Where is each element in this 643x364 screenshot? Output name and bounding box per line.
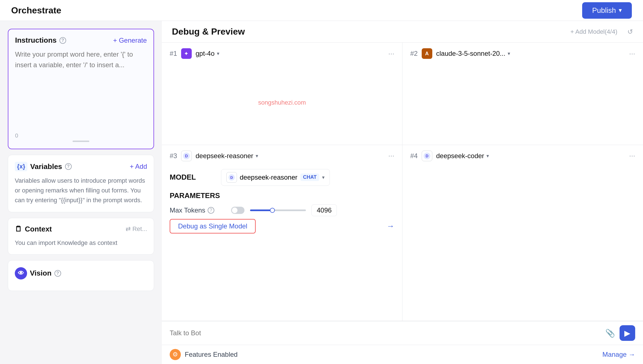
features-icon: ⚙ — [170, 349, 181, 360]
model-more-3[interactable]: ··· — [388, 151, 394, 160]
add-model-button[interactable]: + Add Model(4/4) — [570, 28, 617, 35]
model-num-1: #1 — [170, 50, 177, 57]
model-label: MODEL — [170, 173, 214, 182]
main-layout: Instructions ? + Generate 0 {x} Variable… — [0, 21, 643, 364]
vision-label: Vision — [30, 269, 52, 278]
instructions-header-left: Instructions ? — [15, 36, 66, 45]
model-chevron-2: ▾ — [508, 50, 510, 57]
model-select-name: deepseek-reasoner — [240, 173, 297, 181]
context-retrieve-button[interactable]: ⇄ Ret... — [126, 225, 147, 233]
debug-action-row: Debug as Single Model → — [170, 216, 394, 235]
model-select-display[interactable]: D deepseek-reasoner CHAT ▾ — [221, 169, 330, 186]
max-tokens-value[interactable]: 4096 — [311, 204, 337, 216]
model-name-3: deepseek-reasoner — [196, 152, 253, 160]
model-selector-1[interactable]: gpt-4o ▾ — [196, 50, 219, 57]
context-description: You can import Knowledge as context — [15, 238, 147, 248]
params-section: PARAMETERS Max Tokens ? 4096 — [170, 191, 394, 216]
max-tokens-label: Max Tokens ? — [170, 206, 225, 214]
publish-button[interactable]: Publish ▾ — [582, 2, 632, 19]
svg-text:D: D — [230, 175, 233, 180]
variables-card: {x} Variables ? + Add Variables allow us… — [8, 155, 154, 212]
instructions-label: Instructions — [15, 36, 57, 45]
instructions-card: Instructions ? + Generate 0 — [8, 29, 154, 149]
model-config-section: MODEL D deepseek-reasoner CHAT ▾ — [170, 169, 394, 235]
model-chevron-4: ▾ — [486, 153, 489, 159]
slider-thumb — [270, 208, 275, 213]
send-button[interactable]: ▶ — [620, 325, 635, 341]
top-bar: Orchestrate Publish ▾ — [0, 0, 643, 21]
max-tokens-toggle[interactable] — [231, 207, 244, 214]
model-num-2: #2 — [410, 50, 418, 57]
manage-link[interactable]: Manage → — [603, 351, 635, 358]
context-label: Context — [25, 225, 52, 233]
vision-info-icon[interactable]: ? — [54, 270, 61, 277]
model-cell-1-body: songshuhezi.com — [170, 59, 394, 139]
deepseek-icon-4: D — [422, 151, 432, 161]
debug-single-button[interactable]: Debug as Single Model — [170, 219, 256, 233]
model-cell-3-header: #3 D deepseek-reasoner ▾ ··· — [170, 151, 394, 161]
max-tokens-slider[interactable] — [250, 209, 306, 211]
instructions-info-icon[interactable]: ? — [59, 37, 66, 44]
retrieve-label: Ret... — [132, 225, 147, 233]
model-num-3: #3 — [170, 152, 177, 160]
variables-description: Variables allow users to introduce promp… — [15, 176, 147, 205]
params-title: PARAMETERS — [170, 191, 394, 200]
instructions-textarea[interactable] — [15, 49, 147, 127]
char-count: 0 — [15, 132, 147, 139]
model-selector-2[interactable]: claude-3-5-sonnet-20... ▾ — [436, 50, 510, 57]
model-cell-3: #3 D deepseek-reasoner ▾ ··· — [162, 145, 402, 321]
model-more-2[interactable]: ··· — [629, 49, 635, 58]
variables-add-label: + Add — [130, 163, 147, 170]
generate-button[interactable]: + Generate — [113, 37, 147, 44]
reset-icon[interactable]: ↺ — [627, 28, 633, 36]
deepseek-icon-3: D — [181, 151, 192, 161]
model-selector-4[interactable]: deepseek-coder ▾ — [436, 152, 489, 160]
max-tokens-row: Max Tokens ? 4096 — [170, 204, 394, 216]
model-more-1[interactable]: ··· — [388, 49, 394, 58]
scrollbar-hint — [73, 141, 89, 142]
vision-header-left: 👁 Vision ? — [15, 267, 61, 279]
max-tokens-info-icon[interactable]: ? — [208, 207, 214, 214]
model-chevron-1: ▾ — [217, 50, 219, 57]
variables-info-icon[interactable]: ? — [65, 163, 72, 170]
vision-card-header: 👁 Vision ? — [15, 267, 147, 279]
svg-text:D: D — [185, 154, 188, 158]
model-name-1: gpt-4o — [196, 50, 215, 57]
model-selector-3[interactable]: deepseek-reasoner ▾ — [196, 152, 258, 160]
features-left: ⚙ Features Enabled — [170, 349, 237, 360]
publish-chevron-icon: ▾ — [619, 7, 622, 14]
left-panel: Instructions ? + Generate 0 {x} Variable… — [0, 21, 162, 364]
watermark: songshuhezi.com — [258, 99, 306, 106]
vision-card: 👁 Vision ? — [8, 260, 154, 291]
chat-badge: CHAT — [300, 173, 320, 181]
variables-card-header: {x} Variables ? + Add — [15, 162, 147, 171]
model-select-icon: D — [226, 172, 237, 183]
right-panel: Debug & Preview + Add Model(4/4) ↺ #1 ✦ … — [162, 21, 643, 364]
model-grid: #1 ✦ gpt-4o ▾ ··· songshuhezi.com #2 A — [162, 43, 643, 321]
model-cell-4-header: #4 D deepseek-coder ▾ ··· — [410, 151, 635, 161]
context-card-header: 🗒 Context ⇄ Ret... — [15, 225, 147, 233]
chat-input[interactable] — [170, 329, 601, 337]
model-name-2: claude-3-5-sonnet-20... — [436, 50, 505, 57]
variables-icon: {x} — [15, 162, 27, 171]
gpt-icon: ✦ — [181, 48, 192, 59]
vision-icon: 👁 — [15, 267, 27, 279]
claude-icon: A — [422, 48, 432, 59]
features-bar: ⚙ Features Enabled Manage → — [162, 345, 643, 364]
model-more-4[interactable]: ··· — [629, 151, 635, 160]
debug-title: Debug & Preview — [172, 26, 245, 37]
context-icon: 🗒 — [15, 225, 22, 233]
variables-add-button[interactable]: + Add — [130, 163, 147, 170]
features-text: Features Enabled — [185, 351, 237, 358]
attach-button[interactable]: 📎 — [605, 329, 615, 338]
context-header-left: 🗒 Context — [15, 225, 52, 233]
model-cell-2-header: #2 A claude-3-5-sonnet-20... ▾ ··· — [410, 48, 635, 59]
variables-header-left: {x} Variables ? — [15, 162, 72, 171]
retrieve-icon: ⇄ — [126, 225, 131, 233]
variables-label: Variables — [30, 162, 62, 171]
debug-arrow-button[interactable]: → — [387, 222, 394, 231]
model-chevron-3: ▾ — [256, 153, 258, 159]
model-cell-2: #2 A claude-3-5-sonnet-20... ▾ ··· — [402, 43, 643, 145]
model-config-row: MODEL D deepseek-reasoner CHAT ▾ — [170, 169, 394, 186]
instructions-card-header: Instructions ? + Generate — [15, 36, 147, 45]
